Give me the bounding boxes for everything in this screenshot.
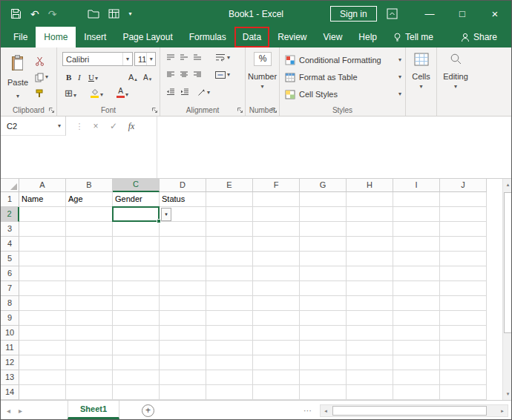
grid-cell[interactable]	[66, 266, 113, 281]
column-header[interactable]: J	[440, 179, 487, 192]
grid-cell[interactable]	[393, 207, 440, 222]
grid-cell[interactable]	[300, 252, 347, 266]
selected-cell-outline[interactable]	[112, 206, 160, 222]
grid-cell[interactable]	[253, 355, 300, 370]
font-size-select[interactable]: 11 ▾	[134, 52, 156, 66]
grid-cell[interactable]	[253, 207, 300, 222]
grid-cell[interactable]	[206, 222, 253, 237]
grid-cell[interactable]	[206, 192, 253, 207]
row-header[interactable]: 8	[1, 296, 19, 311]
grid-cell[interactable]	[440, 341, 487, 355]
chevron-down-icon[interactable]: ▾	[246, 84, 279, 90]
formula-input[interactable]	[157, 117, 511, 178]
row-header[interactable]: 3	[1, 222, 19, 237]
grid-cell[interactable]	[66, 296, 113, 311]
grid-cell[interactable]	[347, 192, 393, 207]
grid-cell[interactable]	[440, 370, 487, 385]
grid-cell[interactable]	[300, 266, 347, 281]
grid-cell[interactable]	[66, 370, 113, 385]
font-color-button[interactable]: A ▾	[116, 87, 128, 98]
name-box[interactable]: C2 ▾	[1, 117, 66, 136]
grid-cell[interactable]	[160, 341, 206, 355]
add-sheet-button[interactable]: +	[142, 404, 154, 417]
grid-cell[interactable]	[440, 281, 487, 296]
grid-cell[interactable]	[440, 296, 487, 311]
grid-cell[interactable]	[160, 222, 206, 237]
tab-splitter-dots-icon[interactable]: ⋯	[303, 406, 312, 416]
grid-cell[interactable]	[113, 311, 160, 326]
tab-help[interactable]: Help	[350, 27, 385, 47]
minimize-button[interactable]: —	[413, 1, 446, 27]
column-header[interactable]: H	[347, 179, 393, 192]
row-header[interactable]: 9	[1, 311, 19, 326]
conditional-formatting-button[interactable]: Conditional Formatting ▾	[285, 53, 401, 67]
grid-cell[interactable]	[393, 192, 440, 207]
grid-cell[interactable]	[19, 207, 66, 222]
number-format-label[interactable]: Number	[246, 72, 279, 81]
grid-cell[interactable]	[253, 326, 300, 341]
decrease-font-size-button[interactable]: A ▾	[143, 70, 151, 82]
grid-cell[interactable]	[19, 266, 66, 281]
percent-style-button[interactable]: %	[254, 52, 272, 66]
increase-indent-button[interactable]	[180, 88, 189, 95]
sign-in-button[interactable]: Sign in	[330, 6, 377, 22]
grid-cell[interactable]	[160, 252, 206, 266]
scroll-up-icon[interactable]: ▴	[503, 179, 512, 191]
grid-cell[interactable]	[440, 266, 487, 281]
chevron-down-icon[interactable]: ▾	[437, 84, 474, 90]
grid-cell[interactable]	[160, 355, 206, 370]
grid-cell[interactable]	[113, 266, 160, 281]
chevron-down-icon[interactable]: ▾	[406, 84, 436, 90]
grid-cell[interactable]	[206, 207, 253, 222]
grid-cell[interactable]	[347, 237, 393, 252]
grid-cell[interactable]	[347, 311, 393, 326]
grid-cell[interactable]	[300, 326, 347, 341]
column-header[interactable]: I	[393, 179, 440, 192]
vertical-scroll-thumb[interactable]	[504, 192, 512, 333]
grid-cell[interactable]	[393, 281, 440, 296]
grid-cell[interactable]	[440, 222, 487, 237]
grid-cell[interactable]	[393, 385, 440, 400]
grid-cell[interactable]	[300, 341, 347, 355]
row-header[interactable]: 11	[1, 341, 19, 355]
grid-cell[interactable]	[253, 266, 300, 281]
align-left-button[interactable]	[166, 71, 175, 78]
grid-cell[interactable]	[19, 341, 66, 355]
grid-cell[interactable]	[160, 281, 206, 296]
ribbon-display-options-icon[interactable]	[387, 8, 398, 19]
column-header[interactable]: C	[113, 179, 160, 192]
copy-button[interactable]: ▾	[35, 70, 48, 84]
tab-home[interactable]: Home	[36, 27, 76, 47]
format-painter-button[interactable]	[35, 87, 44, 100]
row-header[interactable]: 14	[1, 385, 19, 400]
column-header[interactable]: B	[66, 179, 113, 192]
align-top-button[interactable]	[166, 54, 175, 61]
row-header[interactable]: 1	[1, 192, 19, 207]
grid-cell[interactable]	[19, 222, 66, 237]
grid-cell[interactable]	[393, 266, 440, 281]
merge-center-button[interactable]: ▾	[215, 71, 230, 79]
tab-file[interactable]: File	[5, 27, 36, 47]
grid-cell[interactable]	[253, 281, 300, 296]
cells-button[interactable]	[406, 53, 436, 66]
cancel-icon[interactable]: ×	[87, 121, 105, 131]
grid-cell[interactable]	[300, 237, 347, 252]
tab-review[interactable]: Review	[269, 27, 315, 47]
grid-cell[interactable]	[19, 252, 66, 266]
tab-share[interactable]: Share	[453, 27, 505, 47]
grid-cell[interactable]	[347, 370, 393, 385]
grid-cell[interactable]	[160, 370, 206, 385]
grid-cell[interactable]	[19, 311, 66, 326]
editing-button[interactable]	[437, 53, 474, 65]
grid-cell[interactable]	[440, 252, 487, 266]
vertical-scrollbar[interactable]: ▴ ▾	[502, 179, 512, 400]
grid-cell[interactable]	[160, 385, 206, 400]
row-header[interactable]: 7	[1, 281, 19, 296]
grid-cell[interactable]	[347, 326, 393, 341]
insert-function-icon[interactable]: fx	[122, 121, 140, 132]
grid-cell[interactable]	[253, 222, 300, 237]
grid-cell[interactable]	[206, 311, 253, 326]
grid-cell[interactable]	[66, 252, 113, 266]
grid-cell[interactable]	[300, 311, 347, 326]
grid-cell[interactable]	[347, 207, 393, 222]
